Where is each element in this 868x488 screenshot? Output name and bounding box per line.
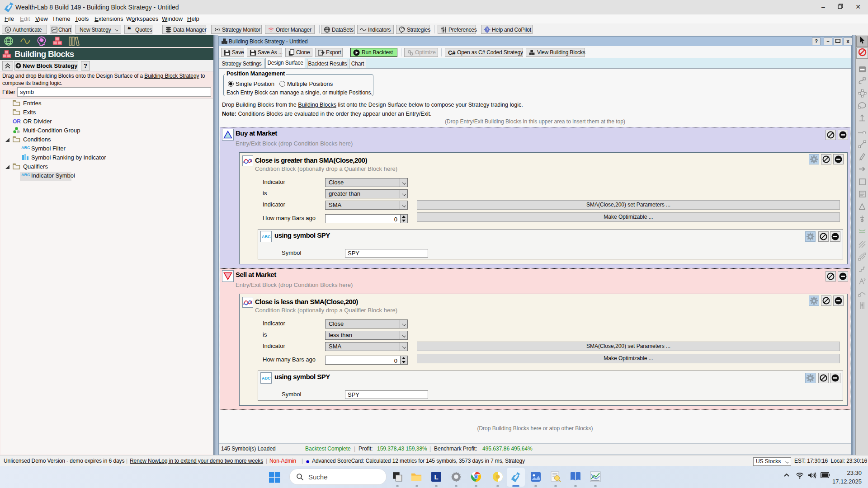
svg-text:L: L <box>434 473 438 481</box>
svg-text:?: ? <box>486 28 488 32</box>
